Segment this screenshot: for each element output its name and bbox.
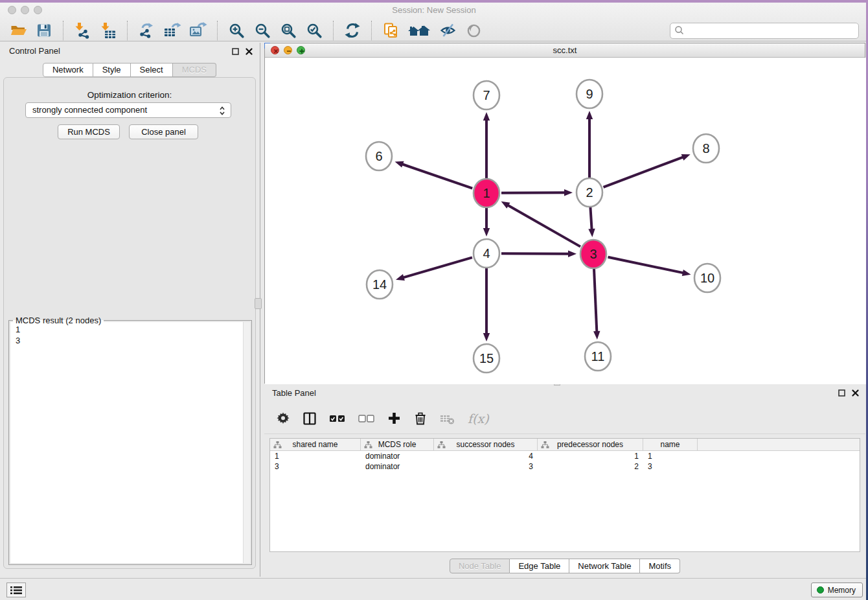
close-table-panel-icon[interactable] [852, 389, 859, 397]
network-window-titlebar[interactable]: scc.txt [265, 43, 865, 58]
clone-network-icon[interactable] [381, 21, 400, 40]
table-cell[interactable]: 3 [434, 461, 538, 472]
show-all-icon[interactable] [464, 21, 483, 40]
column-header-name[interactable]: name [643, 439, 698, 450]
search-input[interactable] [685, 24, 858, 37]
tab-network-table[interactable]: Network Table [569, 559, 640, 573]
graph-edge-1-2[interactable] [501, 189, 573, 196]
tab-network[interactable]: Network [43, 63, 93, 77]
save-session-icon[interactable] [34, 21, 54, 40]
optimization-criterion-dropdown[interactable]: strongly connected component [25, 102, 231, 118]
column-type-icon [437, 441, 446, 449]
table-cell[interactable]: 3 [270, 461, 361, 472]
close-panel-icon[interactable] [246, 48, 253, 55]
graph-edge-2-8[interactable] [604, 154, 691, 187]
table-cell[interactable]: 2 [538, 461, 643, 472]
window-close-button[interactable] [8, 6, 16, 14]
mcds-result-textarea[interactable]: 13 [10, 322, 250, 563]
graph-edge-2-3[interactable] [588, 207, 595, 237]
graph-edge-3-1[interactable] [501, 202, 580, 247]
search-box[interactable] [670, 23, 859, 39]
table-cell[interactable]: dominator [361, 451, 434, 461]
export-table-icon[interactable] [163, 21, 182, 40]
hide-selected-icon[interactable] [438, 21, 457, 40]
export-image-icon[interactable] [188, 21, 208, 40]
graph-node-15[interactable]: 15 [474, 344, 499, 373]
tab-node-table[interactable]: Node Table [450, 559, 510, 573]
function-builder-icon-disabled: f(x) [468, 411, 489, 426]
float-table-panel-icon[interactable] [838, 389, 845, 397]
graph-edge-1-7[interactable] [483, 112, 490, 178]
task-history-button[interactable] [6, 583, 26, 597]
graph-edge-4-14[interactable] [396, 257, 472, 281]
export-network-icon[interactable] [137, 21, 156, 40]
delete-column-icon[interactable] [413, 411, 428, 426]
window-zoom-button[interactable] [34, 6, 42, 14]
graph-edge-3-10[interactable] [608, 257, 691, 276]
select-all-columns-icon[interactable] [329, 414, 346, 423]
column-header-predecessor-nodes[interactable]: predecessor nodes [538, 439, 643, 450]
table-cell[interactable]: 1 [270, 451, 361, 461]
graph-edge-1-6[interactable] [395, 161, 473, 189]
run-mcds-button[interactable]: Run MCDS [58, 124, 120, 139]
graph-edge-1-4[interactable] [483, 208, 490, 237]
window-minimize-button[interactable] [21, 6, 29, 14]
tab-style[interactable]: Style [93, 63, 131, 77]
graph-node-2[interactable]: 2 [577, 178, 602, 207]
mcds-result-scrollbar[interactable] [243, 322, 250, 563]
unselect-all-columns-icon[interactable] [358, 414, 375, 423]
create-column-icon[interactable] [387, 411, 401, 425]
close-panel-button[interactable]: Close panel [129, 124, 198, 139]
graph-node-11[interactable]: 11 [585, 342, 611, 371]
memory-button[interactable]: Memory [811, 583, 863, 597]
open-session-icon[interactable] [8, 21, 28, 40]
tab-edge-table[interactable]: Edge Table [510, 559, 569, 573]
graph-edge-4-3[interactable] [501, 251, 577, 257]
network-close-icon[interactable] [271, 46, 279, 54]
node-table-header: shared nameMCDS rolesuccessor nodesprede… [270, 439, 860, 451]
graph-node-1[interactable]: 1 [474, 179, 499, 207]
column-header-successor-nodes[interactable]: successor nodes [434, 439, 538, 450]
graph-node-10[interactable]: 10 [694, 264, 720, 292]
first-neighbors-icon[interactable] [407, 21, 431, 40]
graph-node-3[interactable]: 3 [580, 240, 606, 268]
table-cell[interactable]: 3 [643, 461, 698, 472]
zoom-in-icon[interactable] [227, 21, 246, 40]
tab-mcds[interactable]: MCDS [173, 63, 216, 77]
zoom-fit-icon[interactable] [279, 21, 298, 40]
table-row[interactable]: 3dominator323 [270, 461, 860, 472]
column-header-shared-name[interactable]: shared name [270, 439, 361, 450]
desktop-background-top [0, 0, 868, 3]
graph-node-4[interactable]: 4 [474, 239, 499, 268]
network-minimize-icon[interactable] [284, 46, 292, 54]
table-cell[interactable]: 1 [538, 451, 643, 461]
table-cell[interactable]: 4 [434, 451, 538, 461]
graph-node-6[interactable]: 6 [366, 142, 392, 170]
graph-node-7[interactable]: 7 [474, 81, 499, 110]
vertical-splitter[interactable] [260, 43, 260, 577]
show-columns-icon[interactable] [303, 411, 317, 426]
table-settings-gear-icon[interactable] [276, 411, 290, 426]
table-row[interactable]: 1dominator411 [270, 451, 860, 461]
import-network-icon[interactable] [73, 21, 92, 40]
vertical-splitter-grip[interactable] [255, 298, 262, 309]
network-maximize-icon[interactable] [297, 46, 305, 54]
graph-edge-4-15[interactable] [483, 268, 490, 341]
zoom-selected-icon[interactable] [304, 21, 324, 40]
import-table-icon[interactable] [98, 21, 118, 40]
graph-node-14[interactable]: 14 [367, 270, 393, 299]
table-cell[interactable]: dominator [361, 461, 434, 472]
graph-node-9[interactable]: 9 [577, 80, 602, 108]
tab-select[interactable]: Select [131, 63, 173, 77]
zoom-out-icon[interactable] [253, 21, 272, 40]
table-cell[interactable]: 1 [643, 451, 698, 461]
float-panel-icon[interactable] [232, 48, 239, 55]
apply-layout-icon[interactable] [343, 21, 362, 40]
tab-motifs[interactable]: Motifs [640, 559, 680, 573]
graph-edge-3-11[interactable] [593, 269, 600, 340]
graph-edge-2-9[interactable] [586, 111, 593, 178]
column-header-MCDS-role[interactable]: MCDS role [361, 439, 434, 450]
network-canvas[interactable]: 7968124314101511 [265, 58, 866, 384]
node-table[interactable]: shared nameMCDS rolesuccessor nodesprede… [269, 438, 860, 552]
graph-node-8[interactable]: 8 [693, 134, 719, 163]
